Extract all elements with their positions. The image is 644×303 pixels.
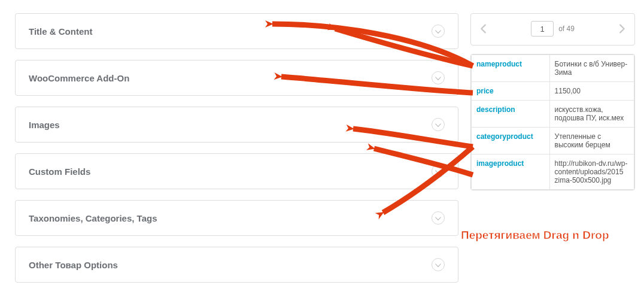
panel-taxonomies[interactable]: Taxonomies, Categories, Tags xyxy=(15,200,458,236)
field-value: 1150,00 xyxy=(549,82,634,101)
field-value: искусств.кожа, подошва ПУ, иск.мех xyxy=(549,101,634,128)
page-number-input[interactable] xyxy=(531,21,554,37)
field-key[interactable]: description xyxy=(472,101,550,128)
preview-table-card: nameproduct Ботинки с в/б Универ-Зима pr… xyxy=(470,54,635,190)
pager-of-label: of 49 xyxy=(558,25,575,33)
field-value: http://rubikon-dv.ru/wp-content/uploads/… xyxy=(549,154,634,190)
panel-other-options[interactable]: Other Товар Options xyxy=(15,247,458,283)
panel-label: Other Товар Options xyxy=(29,260,118,270)
field-key[interactable]: imageproduct xyxy=(472,154,550,190)
field-key[interactable]: categoryproduct xyxy=(472,128,550,154)
panel-label: WooCommerce Add-On xyxy=(29,73,129,83)
panel-title-content[interactable]: Title & Content xyxy=(15,13,458,49)
table-row: categoryproduct Утепленные с высоким бер… xyxy=(472,128,634,154)
table-row: nameproduct Ботинки с в/б Универ-Зима xyxy=(472,55,634,82)
field-key[interactable]: nameproduct xyxy=(472,55,550,82)
pager-center: of 49 xyxy=(531,21,575,37)
table-row: price 1150,00 xyxy=(472,82,634,101)
chevron-down-icon[interactable] xyxy=(432,165,445,178)
field-key[interactable]: price xyxy=(472,82,550,101)
panel-label: Taxonomies, Categories, Tags xyxy=(29,213,157,223)
annotation-text: Перетягиваем Drag n Drop xyxy=(461,229,609,242)
pager: of 49 xyxy=(471,19,634,38)
panel-label: Title & Content xyxy=(29,26,92,37)
pager-next-icon[interactable] xyxy=(615,22,628,35)
preview-table: nameproduct Ботинки с в/б Универ-Зима pr… xyxy=(471,54,634,190)
panels-column: Title & Content WooCommerce Add-On Image… xyxy=(15,13,458,293)
panel-woocommerce[interactable]: WooCommerce Add-On xyxy=(15,60,458,96)
chevron-down-icon[interactable] xyxy=(432,71,445,84)
pager-prev-icon[interactable] xyxy=(477,22,490,35)
field-value: Утепленные с высоким берцем xyxy=(549,128,634,154)
chevron-down-icon[interactable] xyxy=(432,25,445,38)
panel-custom-fields[interactable]: Custom Fields xyxy=(15,153,458,189)
main-layout: Title & Content WooCommerce Add-On Image… xyxy=(0,0,644,293)
pager-card: of 49 xyxy=(470,13,635,46)
field-value: Ботинки с в/б Универ-Зима xyxy=(549,55,634,82)
table-row: imageproduct http://rubikon-dv.ru/wp-con… xyxy=(472,154,634,190)
panel-images[interactable]: Images xyxy=(15,107,458,143)
table-row: description искусств.кожа, подошва ПУ, и… xyxy=(472,101,634,128)
panel-label: Images xyxy=(29,120,60,130)
chevron-down-icon[interactable] xyxy=(432,258,445,271)
chevron-down-icon[interactable] xyxy=(432,118,445,131)
chevron-down-icon[interactable] xyxy=(432,211,445,225)
preview-column: of 49 nameproduct Ботинки с в/б Универ-З… xyxy=(470,13,635,293)
panel-label: Custom Fields xyxy=(29,166,90,177)
